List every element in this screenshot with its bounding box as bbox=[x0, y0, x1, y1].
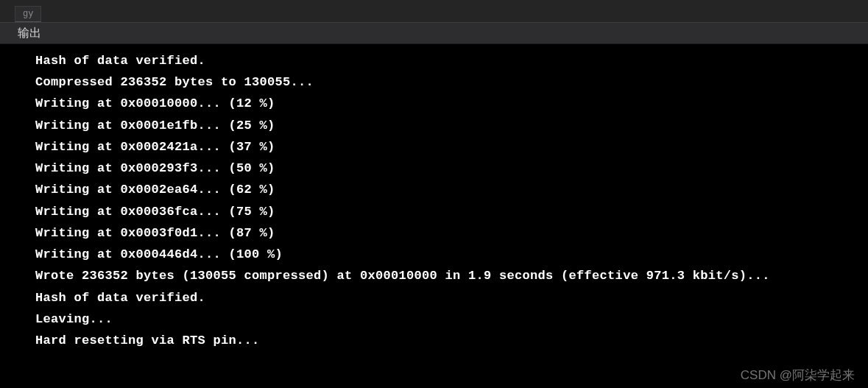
panel-tab-bar: 输出 bbox=[0, 22, 868, 44]
terminal-line: Hash of data verified. bbox=[35, 50, 859, 71]
terminal-line: Writing at 0x0003f0d1... (87 %) bbox=[35, 222, 859, 244]
terminal-line: Compressed 236352 bytes to 130055... bbox=[35, 71, 859, 93]
terminal-line: Hash of data verified. bbox=[35, 287, 859, 308]
terminal-line: Writing at 0x00036fca... (75 %) bbox=[35, 201, 859, 222]
editor-tab[interactable]: gy bbox=[15, 6, 41, 22]
terminal-line: Writing at 0x0002ea64... (62 %) bbox=[35, 179, 859, 200]
terminal-line: Leaving... bbox=[35, 308, 859, 330]
editor-tab-bar: gy bbox=[0, 0, 868, 22]
tab-label: gy bbox=[23, 9, 33, 19]
terminal-line: Writing at 0x000446d4... (100 %) bbox=[35, 244, 859, 265]
terminal-line: Writing at 0x0002421a... (37 %) bbox=[35, 136, 859, 158]
output-tab-label: 输出 bbox=[18, 27, 41, 39]
terminal-line: Writing at 0x00010000... (12 %) bbox=[35, 93, 859, 114]
terminal-line: Hard resetting via RTS pin... bbox=[35, 330, 859, 351]
terminal-line: Writing at 0x000293f3... (50 %) bbox=[35, 158, 859, 179]
terminal-line: Writing at 0x0001e1fb... (25 %) bbox=[35, 115, 859, 136]
terminal-line: Wrote 236352 bytes (130055 compressed) a… bbox=[35, 265, 859, 286]
output-terminal[interactable]: Hash of data verified. Compressed 236352… bbox=[0, 44, 868, 388]
output-tab[interactable]: 输出 bbox=[12, 24, 47, 43]
